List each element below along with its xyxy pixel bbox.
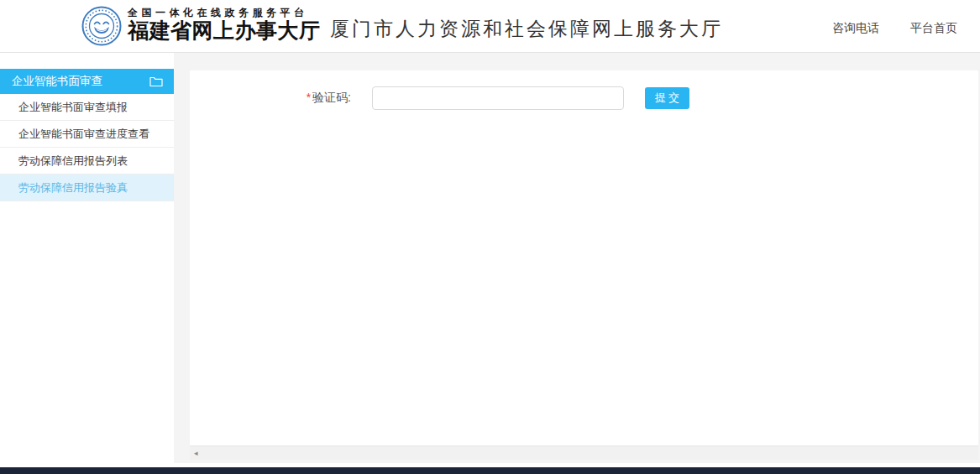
sidebar-item-written-review-progress[interactable]: 企业智能书面审查进度查看	[0, 121, 174, 148]
site-title: 厦门市人力资源和社会保障网上服务大厅	[330, 16, 723, 42]
captcha-form-row: *验证码: 提交	[190, 86, 978, 110]
brand-text: 全国一体化在线政务服务平台 福建省网上办事大厅	[128, 6, 321, 43]
submit-button[interactable]: 提交	[645, 87, 689, 109]
sidebar-item-written-review-filing[interactable]: 企业智能书面审查填报	[0, 94, 174, 121]
brand: 全国一体化在线政务服务平台 福建省网上办事大厅	[81, 6, 321, 46]
verify-form: *验证码: 提交	[190, 70, 978, 445]
page: 全国一体化在线政务服务平台 福建省网上办事大厅 厦门市人力资源和社会保障网上服务…	[0, 0, 980, 474]
content-area: 企业智能书面审查 企业智能书面审查填报 企业智能书面审查进度查看 劳动保障信用报…	[0, 53, 980, 467]
folder-icon	[149, 76, 163, 87]
platform-home-link[interactable]: 平台首页	[910, 21, 957, 36]
scroll-left-arrow-icon[interactable]: ◂	[190, 450, 198, 457]
platform-tagline: 全国一体化在线政务服务平台	[128, 7, 321, 19]
sidebar-item-credit-report-verify[interactable]: 劳动保障信用报告验真	[0, 174, 174, 201]
captcha-input[interactable]	[372, 86, 624, 110]
sidebar: 企业智能书面审查 企业智能书面审查填报 企业智能书面审查进度查看 劳动保障信用报…	[0, 69, 174, 201]
portal-smiley-logo-icon	[81, 6, 122, 46]
consult-phone-link[interactable]: 咨询电话	[832, 21, 879, 36]
main-wrap: *验证码: 提交 ◂	[174, 53, 980, 463]
top-header: 全国一体化在线政务服务平台 福建省网上办事大厅 厦门市人力资源和社会保障网上服务…	[0, 0, 980, 53]
horizontal-scrollbar[interactable]: ◂	[190, 445, 978, 460]
sidebar-menu: 企业智能书面审查填报 企业智能书面审查进度查看 劳动保障信用报告列表 劳动保障信…	[0, 94, 174, 201]
bottom-bar	[0, 467, 980, 474]
header-links: 咨询电话 平台首页	[832, 21, 957, 36]
required-marker: *	[307, 91, 311, 104]
sidebar-item-credit-report-list[interactable]: 劳动保障信用报告列表	[0, 148, 174, 174]
main-panel: *验证码: 提交 ◂	[190, 70, 978, 460]
captcha-label-text: 验证码:	[312, 91, 351, 104]
sidebar-group-header[interactable]: 企业智能书面审查	[0, 69, 174, 94]
captcha-label: *验证码:	[190, 91, 351, 106]
portal-name: 福建省网上办事大厅	[128, 19, 321, 43]
sidebar-group-label: 企业智能书面审查	[12, 74, 102, 89]
